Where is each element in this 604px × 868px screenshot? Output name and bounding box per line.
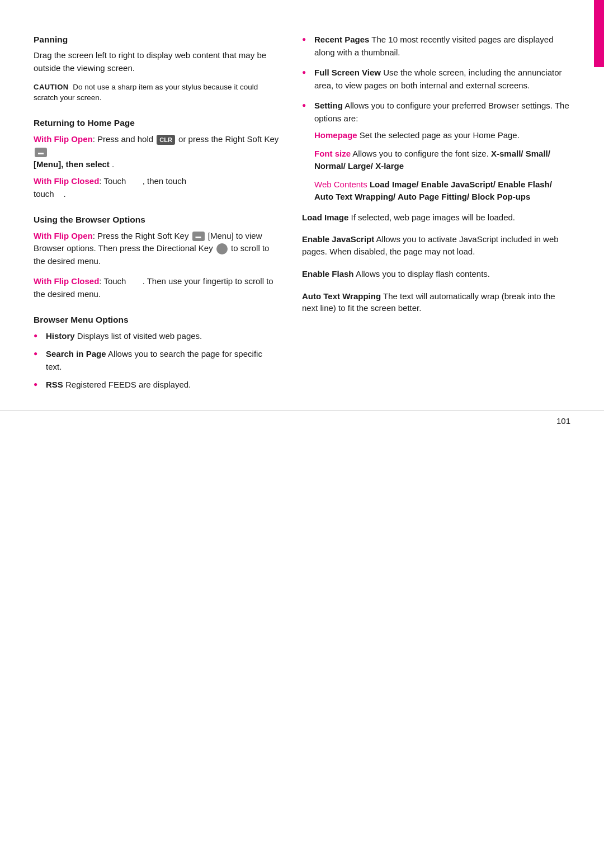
flip-open-text2: or press the Right Soft Key	[178, 134, 279, 144]
web-contents-block: Web Contents Load Image/ Enable JavaScri…	[314, 178, 570, 204]
browser-menu-list: History Displays list of visited web pag…	[34, 330, 280, 391]
enable-flash-section: Enable Flash Allows you to display flash…	[302, 268, 570, 280]
enable-flash-label: Enable Flash	[302, 269, 354, 279]
left-column: Panning Drag the screen left to right to…	[34, 34, 280, 405]
flip-closed-text3: .	[63, 189, 65, 199]
load-image-text: If selected, web page images will be loa…	[351, 213, 516, 222]
font-size-text-val: Allows you to configure the font size.	[352, 149, 491, 158]
browser-options-title: Using the Browser Options	[34, 214, 280, 226]
menu-soft-key-icon: ▬	[192, 232, 205, 241]
enable-flash-para: Enable Flash Allows you to display flash…	[302, 268, 570, 280]
list-item: History Displays list of visited web pag…	[34, 330, 280, 343]
right-column: Recent Pages The 10 most recently visite…	[302, 34, 570, 405]
load-image-label: Load Image	[302, 213, 348, 222]
homepage-label: Homepage	[314, 130, 357, 140]
flip-open-label-2: With Flip Open	[34, 231, 93, 240]
soft-key-icon: ▬	[35, 148, 47, 157]
flip-closed-body-2: With Flip Closed: Touch . Then use your …	[34, 275, 280, 300]
history-text: Displays list of visited web pages.	[77, 331, 202, 341]
returning-section: Returning to Home Page With Flip Open: P…	[34, 117, 280, 200]
flip-closed-text2: , then touch	[143, 176, 186, 186]
list-item: Recent Pages The 10 most recently visite…	[302, 34, 570, 59]
directional-key-icon	[216, 243, 228, 254]
returning-title: Returning to Home Page	[34, 117, 280, 129]
rss-label: RSS	[46, 380, 63, 389]
flip-open-text-2: : Press the Right Soft Key	[93, 231, 189, 240]
enable-js-section: Enable JavaScript Allows you to activate…	[302, 233, 570, 258]
homepage-block: Homepage Set the selected page as your H…	[314, 129, 570, 142]
homepage-text-val: Set the selected page as your Home Page.	[360, 130, 520, 140]
bottom-rule	[0, 410, 604, 411]
flip-closed-text1: : Touch	[99, 176, 126, 186]
web-contents-label: Web Contents	[314, 180, 367, 189]
enable-flash-text: Allows you to display flash contents.	[356, 269, 490, 279]
auto-wrap-label: Auto Text Wrapping	[302, 291, 381, 301]
load-image-para: Load Image If selected, web page images …	[302, 211, 570, 224]
font-size-block: Font size Allows you to configure the fo…	[314, 148, 570, 173]
panning-section: Panning Drag the screen left to right to…	[34, 34, 280, 103]
history-label: History	[46, 331, 75, 341]
setting-text: Allows you to configure your preferred B…	[314, 101, 569, 123]
auto-wrap-section: Auto Text Wrapping The text will automat…	[302, 290, 570, 315]
accent-bar	[594, 0, 604, 67]
right-bullet-list: Recent Pages The 10 most recently visite…	[302, 34, 570, 204]
panning-body: Drag the screen left to right to display…	[34, 49, 280, 74]
clr-button-icon: CLR	[157, 135, 175, 145]
flip-closed-label-2: With Flip Closed	[34, 276, 99, 286]
setting-label: Setting	[314, 101, 343, 110]
list-item: Setting Allows you to configure your pre…	[302, 100, 570, 204]
menu-label: [Menu], then select	[34, 159, 110, 169]
flip-closed-text-val: : Touch	[99, 276, 126, 286]
rss-text: Registered FEEDS are displayed.	[65, 380, 191, 389]
browser-options-body: With Flip Open: Press the Right Soft Key…	[34, 230, 280, 268]
browser-menu-section: Browser Menu Options History Displays li…	[34, 314, 280, 391]
flip-closed-label: With Flip Closed	[34, 176, 99, 186]
flip-open-label: With Flip Open	[34, 134, 93, 144]
browser-options-section: Using the Browser Options With Flip Open…	[34, 214, 280, 300]
flip-open-text4: .	[112, 159, 114, 169]
list-item: Full Screen View Use the whole screen, i…	[302, 67, 570, 92]
caution-label: CAUTION	[34, 83, 69, 91]
panning-title: Panning	[34, 34, 280, 46]
full-screen-label: Full Screen View	[314, 68, 381, 77]
flip-open-line-1: With Flip Open: Press and hold CLR or pr…	[34, 133, 280, 171]
enable-js-label: Enable JavaScript	[302, 234, 374, 244]
browser-menu-title: Browser Menu Options	[34, 314, 280, 326]
font-size-label: Font size	[314, 149, 351, 158]
page-number: 101	[556, 415, 570, 427]
page-container: Panning Drag the screen left to right to…	[0, 0, 604, 450]
flip-closed-line-1: With Flip Closed: Touch , then touch tou…	[34, 175, 280, 200]
caution-block: CAUTION Do not use a sharp item as your …	[34, 82, 280, 103]
recent-pages-label: Recent Pages	[314, 35, 369, 44]
list-item: Search in Page Allows you to search the …	[34, 348, 280, 373]
flip-open-text1: : Press and hold	[93, 134, 153, 144]
setting-sub: Homepage Set the selected page as your H…	[314, 129, 570, 204]
auto-wrap-para: Auto Text Wrapping The text will automat…	[302, 290, 570, 315]
enable-js-para: Enable JavaScript Allows you to activate…	[302, 233, 570, 258]
list-item: RSS Registered FEEDS are displayed.	[34, 379, 280, 391]
search-in-page-label: Search in Page	[46, 349, 106, 358]
load-image-section: Load Image If selected, web page images …	[302, 211, 570, 224]
